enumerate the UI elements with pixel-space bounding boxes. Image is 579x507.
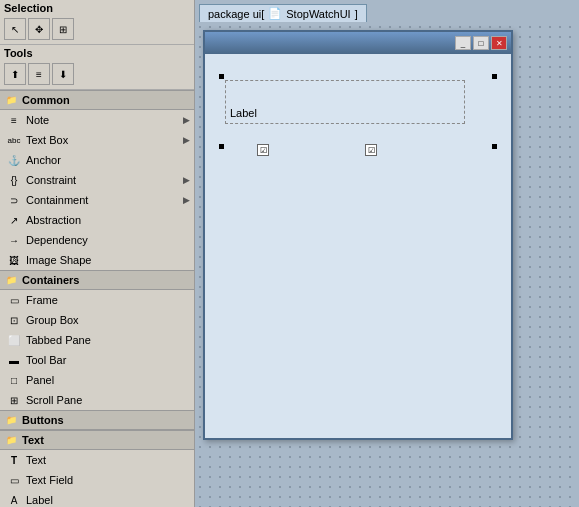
cat-text-icon: 📁: [4, 433, 18, 447]
diagram-tab[interactable]: package ui[ 📄 StopWatchUI ]: [199, 4, 367, 22]
constraint-label: Constraint: [26, 174, 186, 186]
item-anchor[interactable]: ⚓ Anchor: [0, 150, 194, 170]
item-textfield[interactable]: ▭ Text Field: [0, 470, 194, 490]
item-imageshape[interactable]: 🖼 Image Shape: [0, 250, 194, 270]
constraint-arrow: ▶: [183, 175, 190, 185]
main-container: Selection ↖ ✥ ⊞ Tools ⬆ ≡ ⬇ 📁 Common: [0, 0, 579, 507]
tab-bar: package ui[ 📄 StopWatchUI ]: [195, 0, 579, 22]
groupbox-icon: ⊡: [6, 312, 22, 328]
selection-tools: ↖ ✥ ⊞: [4, 16, 190, 42]
move-tool-btn[interactable]: ✥: [28, 18, 50, 40]
align-bot-btn[interactable]: ⬇: [52, 63, 74, 85]
select-tool-btn[interactable]: ↖: [4, 18, 26, 40]
panel-label: Panel: [26, 374, 186, 386]
tabbedpane-icon: ⬜: [6, 332, 22, 348]
anchor-label: Anchor: [26, 154, 186, 166]
scrollpane-label: Scroll Pane: [26, 394, 186, 406]
cat-common-label: Common: [22, 94, 70, 106]
dependency-icon: →: [6, 232, 22, 248]
note-label: Note: [26, 114, 186, 126]
handle-tr-outer: [492, 74, 497, 79]
item-panel[interactable]: □ Panel: [0, 370, 194, 390]
item-dependency[interactable]: → Dependency: [0, 230, 194, 250]
close-button[interactable]: ✕: [491, 36, 507, 50]
textfield-icon: ▭: [6, 472, 22, 488]
canvas-area[interactable]: _ □ ✕ Label: [195, 22, 579, 507]
frame-label: Frame: [26, 294, 186, 306]
item-abstraction[interactable]: ↗ Abstraction: [0, 210, 194, 230]
anchor-icon: ⚓: [6, 152, 22, 168]
item-toolbar[interactable]: ▬ Tool Bar: [0, 350, 194, 370]
note-icon: ≡: [6, 112, 22, 128]
text-icon: T: [6, 452, 22, 468]
cat-containers-icon: 📁: [4, 273, 18, 287]
cat-containers-label: Containers: [22, 274, 79, 286]
toolbar-icon: ▬: [6, 352, 22, 368]
textbox-arrow: ▶: [183, 135, 190, 145]
tab-file-icon: 📄: [268, 7, 282, 20]
tab-name-label: StopWatchUI: [286, 8, 350, 20]
item-constraint[interactable]: {} Constraint ▶: [0, 170, 194, 190]
maximize-button[interactable]: □: [473, 36, 489, 50]
label-item-label: Label: [26, 494, 186, 506]
cat-header-common[interactable]: 📁 Common: [0, 90, 194, 110]
cat-text-label: Text: [22, 434, 44, 446]
cat-header-text[interactable]: 📁 Text: [0, 430, 194, 450]
abstraction-label: Abstraction: [26, 214, 186, 226]
dependency-label: Dependency: [26, 234, 186, 246]
item-groupbox[interactable]: ⊡ Group Box: [0, 310, 194, 330]
tools-row: ⬆ ≡ ⬇: [4, 61, 190, 87]
right-panel: package ui[ 📄 StopWatchUI ] _ □ ✕: [195, 0, 579, 507]
textbox-label: Text Box: [26, 134, 186, 146]
item-frame[interactable]: ▭ Frame: [0, 290, 194, 310]
panel-icon: □: [6, 372, 22, 388]
ui-window-frame: _ □ ✕ Label: [203, 30, 513, 440]
imageshape-label: Image Shape: [26, 254, 186, 266]
cat-header-containers[interactable]: 📁 Containers: [0, 270, 194, 290]
item-tabbedpane[interactable]: ⬜ Tabbed Pane: [0, 330, 194, 350]
section-selection: Selection ↖ ✥ ⊞: [0, 0, 194, 45]
constraint-icon: {}: [6, 172, 22, 188]
left-panel: Selection ↖ ✥ ⊞ Tools ⬆ ≡ ⬇ 📁 Common: [0, 0, 195, 507]
groupbox-label: Group Box: [26, 314, 186, 326]
item-textbox[interactable]: abc Text Box ▶: [0, 130, 194, 150]
section-tools: Tools ⬆ ≡ ⬇: [0, 45, 194, 90]
scrollpane-icon: ⊞: [6, 392, 22, 408]
frame-icon: ▭: [6, 292, 22, 308]
minimize-button[interactable]: _: [455, 36, 471, 50]
handle-inner-tl: [219, 144, 224, 149]
window-titlebar: _ □ ✕: [205, 32, 511, 54]
item-label-item[interactable]: A Label: [0, 490, 194, 507]
abstraction-icon: ↗: [6, 212, 22, 228]
grid-tool-btn[interactable]: ⊞: [52, 18, 74, 40]
tabbedpane-label: Tabbed Pane: [26, 334, 186, 346]
handle-inner-tr: [492, 144, 497, 149]
cat-buttons-label: Buttons: [22, 414, 64, 426]
tools-title: Tools: [4, 47, 190, 59]
cat-header-buttons[interactable]: 📁 Buttons: [0, 410, 194, 430]
selection-title: Selection: [4, 2, 190, 14]
item-text[interactable]: T Text: [0, 450, 194, 470]
align-top-btn[interactable]: ⬆: [4, 63, 26, 85]
handle-tl-outer: [219, 74, 224, 79]
label-element-text: Label: [230, 107, 257, 119]
label-selection-box: Label: [225, 80, 465, 124]
text-label: Text: [26, 454, 186, 466]
toolbar-label: Tool Bar: [26, 354, 186, 366]
cat-common-icon: 📁: [4, 93, 18, 107]
handle-inner-checkbox2: ☑: [365, 144, 377, 156]
containment-arrow: ▶: [183, 195, 190, 205]
item-scrollpane[interactable]: ⊞ Scroll Pane: [0, 390, 194, 410]
containment-label: Containment: [26, 194, 186, 206]
window-content: Label ☑ ☑: [205, 54, 511, 438]
tab-package-label: package ui[: [208, 8, 264, 20]
palette-scroll[interactable]: 📁 Common ≡ Note ▶ abc Text Box ▶ ⚓ Ancho…: [0, 90, 194, 507]
item-note[interactable]: ≡ Note ▶: [0, 110, 194, 130]
textbox-icon: abc: [6, 132, 22, 148]
align-mid-btn[interactable]: ≡: [28, 63, 50, 85]
containment-icon: ⊃: [6, 192, 22, 208]
note-arrow: ▶: [183, 115, 190, 125]
label-icon: A: [6, 492, 22, 507]
tab-bracket: ]: [355, 8, 358, 20]
item-containment[interactable]: ⊃ Containment ▶: [0, 190, 194, 210]
